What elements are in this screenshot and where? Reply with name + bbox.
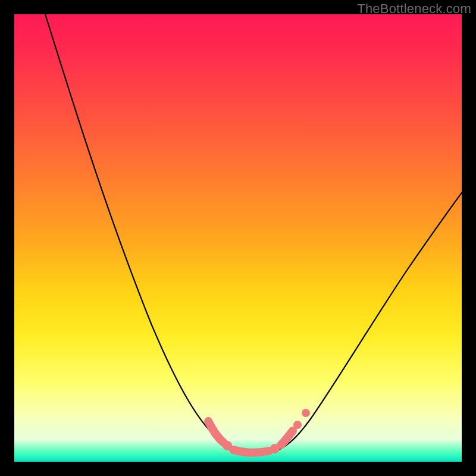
- bead-bottom-segment: [233, 450, 269, 453]
- curve-right: [271, 193, 462, 452]
- chart-frame: [14, 14, 462, 462]
- bead-3: [293, 421, 302, 429]
- watermark-text: TheBottleneck.com: [357, 1, 471, 17]
- chart-svg: [14, 14, 462, 462]
- bead-group: [208, 409, 310, 453]
- bead-right-segment-1: [281, 431, 293, 445]
- curve-left: [45, 14, 250, 452]
- bead-left-segment: [208, 421, 224, 443]
- bead-4: [302, 409, 310, 417]
